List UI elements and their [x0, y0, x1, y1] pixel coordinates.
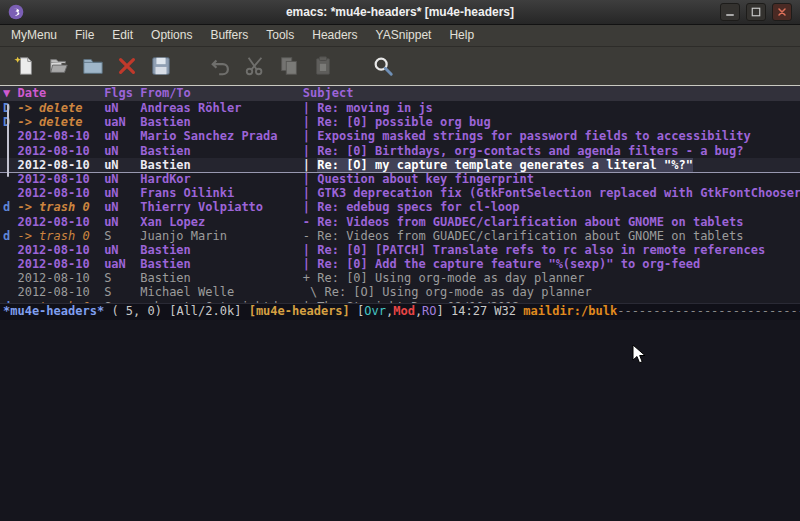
message-row[interactable]: d-> trash 0uNThierry Volpiatto| Re: edeb… — [0, 200, 800, 214]
thread-indicator: \ — [303, 285, 325, 299]
modeline-ro: RO — [422, 304, 436, 318]
message-from: webmaster@straightd... — [140, 300, 303, 303]
message-row[interactable]: d-> trash 0SJuanjo Marin- Re: Videos fro… — [0, 229, 800, 243]
close-button[interactable] — [772, 3, 792, 21]
message-from: Bastien — [140, 144, 303, 158]
message-flags: uN — [104, 144, 140, 158]
message-date: 2012-08-10 — [17, 158, 104, 172]
message-list: D-> deleteuNAndreas Röhler| Re: moving i… — [0, 101, 800, 303]
modeline[interactable]: *mu4e-headers* ( 5, 0) [All/2.0k] [mu4e-… — [0, 303, 800, 320]
thread-indicator: | — [303, 257, 317, 271]
column-header-subject[interactable]: Subject — [303, 86, 354, 100]
emacs-window: emacs: *mu4e-headers* [mu4e-headers] MyM… — [0, 0, 800, 521]
message-date: -> trash 0 — [17, 200, 104, 214]
message-from: Bastien — [140, 243, 303, 257]
echo-area[interactable] — [0, 320, 800, 521]
sort-direction-icon[interactable]: ▼ — [3, 86, 17, 101]
modeline-plain: 14:27 W32 — [451, 304, 523, 318]
message-row[interactable]: 2012-08-10uNHardKor| Question about key … — [0, 172, 800, 186]
menu-item-buffers[interactable]: Buffers — [201, 25, 257, 46]
message-row[interactable]: D-> deleteuNAndreas Röhler| Re: moving i… — [0, 101, 800, 115]
titlebar[interactable]: emacs: *mu4e-headers* [mu4e-headers] — [0, 0, 800, 25]
menu-item-mymenu[interactable]: MyMenu — [2, 25, 66, 46]
message-row[interactable]: 2012-08-10uNBastien| Re: [O] my capture … — [0, 158, 800, 172]
message-date: 2012-08-10 — [17, 285, 104, 299]
save-buffer-button[interactable] — [146, 51, 176, 81]
message-date: -> delete — [17, 115, 104, 129]
modeline-plain: ] — [437, 304, 451, 318]
scrollbar-thumb[interactable] — [7, 104, 9, 177]
message-row[interactable]: 2012-08-10SBastien+ Re: [0] Using org-mo… — [0, 271, 800, 285]
message-row[interactable]: d-> trash 0Swebmaster@straightd...| The … — [0, 300, 800, 303]
mark-char: d — [3, 229, 17, 243]
message-row[interactable]: 2012-08-10uNMario Sanchez Prada| Exposin… — [0, 129, 800, 143]
message-from: Bastien — [140, 115, 303, 129]
message-row[interactable]: 2012-08-10uaNBastien| Re: [0] Add the ca… — [0, 257, 800, 271]
message-subject: Re: [O] Using org-mode as day planner — [324, 285, 591, 299]
copy-icon — [278, 55, 300, 77]
thread-indicator: | — [303, 101, 317, 115]
save-buffer-icon — [150, 55, 172, 77]
message-row[interactable]: D-> deleteuaNBastien| Re: [0] possible o… — [0, 115, 800, 129]
window-controls — [720, 3, 792, 21]
new-file-button[interactable] — [10, 51, 40, 81]
open-file-icon — [48, 55, 70, 77]
headers-column-header: ▼DateFlgsFrom/ToSubject — [0, 86, 800, 101]
open-file-button[interactable] — [44, 51, 74, 81]
message-flags: uaN — [104, 115, 140, 129]
message-from: Thierry Volpiatto — [140, 200, 303, 214]
close-buffer-button[interactable] — [112, 51, 142, 81]
dired-button[interactable] — [78, 51, 108, 81]
message-flags: S — [104, 271, 140, 285]
message-row[interactable]: 2012-08-10uNFrans Oilinki| GTK3 deprecat… — [0, 186, 800, 200]
message-subject: Re: [O] my capture template generates a … — [317, 158, 693, 172]
paste-button[interactable] — [308, 51, 338, 81]
message-subject: Re: [0] [PATCH] Translate refs to rc als… — [317, 243, 765, 257]
message-row[interactable]: 2012-08-10uNBastien| Re: [0] [PATCH] Tra… — [0, 243, 800, 257]
menu-item-edit[interactable]: Edit — [103, 25, 142, 46]
message-row[interactable]: 2012-08-10SMichael Welle \ Re: [O] Using… — [0, 285, 800, 299]
message-subject: Exposing masked strings for password fie… — [317, 129, 750, 143]
column-header-flags[interactable]: Flgs — [104, 86, 140, 101]
message-date: 2012-08-10 — [17, 186, 104, 200]
message-date: 2012-08-10 — [17, 271, 104, 285]
menubar: MyMenuFileEditOptionsBuffersToolsHeaders… — [0, 25, 800, 47]
menu-item-headers[interactable]: Headers — [303, 25, 366, 46]
message-subject: Re: [0] Using org-mode as day planner — [317, 271, 584, 285]
modeline-path: maildir:/bulk — [523, 304, 617, 318]
thread-indicator: - — [303, 215, 317, 229]
message-subject: Question about key fingerprint — [317, 172, 534, 186]
thread-indicator: - — [303, 229, 317, 243]
message-from: Mario Sanchez Prada — [140, 129, 303, 143]
message-row[interactable]: 2012-08-10uNBastien| Re: [0] Birthdays, … — [0, 144, 800, 158]
modeline-mode: [mu4e-headers] — [249, 304, 350, 318]
message-from: HardKor — [140, 172, 303, 186]
search-button[interactable] — [368, 51, 398, 81]
minimize-button[interactable] — [720, 3, 740, 21]
message-from: Andreas Röhler — [140, 101, 303, 115]
paste-icon — [312, 55, 334, 77]
message-flags: uaN — [104, 257, 140, 271]
undo-button[interactable] — [206, 51, 236, 81]
column-header-from[interactable]: From/To — [140, 86, 303, 101]
cut-button[interactable] — [240, 51, 270, 81]
message-from: Michael Welle — [140, 285, 303, 299]
message-row[interactable]: 2012-08-10uNXan Lopez- Re: Videos from G… — [0, 215, 800, 229]
thread-indicator: | — [303, 200, 317, 214]
modeline-mod: Mod — [393, 304, 415, 318]
thread-indicator: | — [303, 158, 317, 172]
dired-icon — [82, 55, 104, 77]
maximize-button[interactable] — [746, 3, 766, 21]
copy-button[interactable] — [274, 51, 304, 81]
message-from: Bastien — [140, 158, 303, 172]
menu-item-options[interactable]: Options — [142, 25, 201, 46]
message-flags: uN — [104, 101, 140, 115]
menu-item-file[interactable]: File — [66, 25, 103, 46]
menu-item-yasnippet[interactable]: YASnippet — [367, 25, 441, 46]
message-from: Juanjo Marin — [140, 229, 303, 243]
message-flags: uN — [104, 200, 140, 214]
menu-item-help[interactable]: Help — [440, 25, 483, 46]
message-date: 2012-08-10 — [17, 172, 104, 186]
menu-item-tools[interactable]: Tools — [257, 25, 303, 46]
column-header-date[interactable]: Date — [17, 86, 104, 101]
